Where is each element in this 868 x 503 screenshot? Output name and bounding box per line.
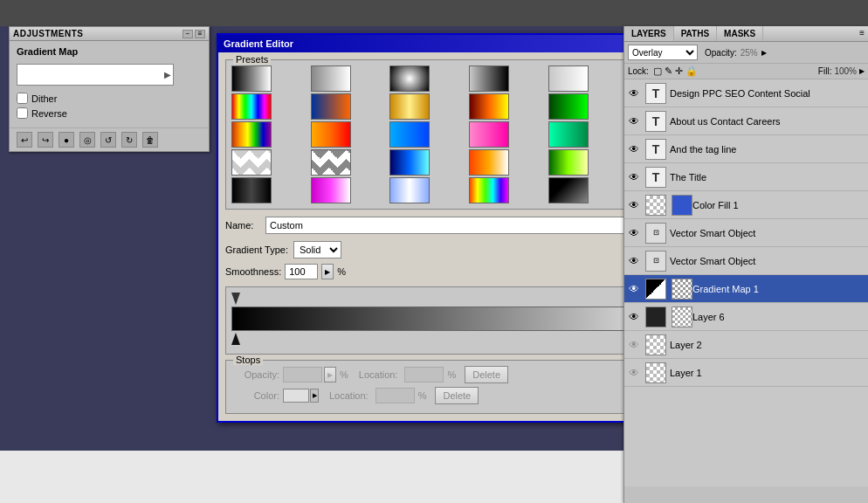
preset-17[interactable] [548, 121, 589, 148]
layer-row[interactable]: 👁 ⊡ Vector Smart Object [624, 219, 868, 247]
preset-20[interactable] [311, 149, 351, 176]
color-location-input[interactable] [375, 388, 415, 403]
layer-row[interactable]: 👁 ⊡ Vector Smart Object [624, 247, 868, 275]
layer-row[interactable]: 👁 T About us Contact Careers [624, 107, 868, 135]
reverse-checkbox[interactable] [17, 107, 28, 119]
opacity-stepper[interactable]: ▶ [324, 367, 336, 382]
preset-4[interactable] [469, 65, 509, 92]
opacity-delete-button[interactable]: Delete [465, 366, 508, 383]
preset-11[interactable] [548, 93, 589, 120]
gradient-preview-bar[interactable]: ▶ [17, 64, 174, 86]
tab-paths[interactable]: PATHS [674, 26, 717, 41]
back-icon[interactable]: ↩ [17, 132, 32, 148]
preset-25[interactable] [231, 177, 272, 203]
preset-2[interactable] [311, 65, 351, 92]
layer-visibility-icon[interactable]: 👁 [626, 227, 642, 239]
preset-21[interactable] [389, 149, 430, 176]
preset-15[interactable] [389, 121, 430, 148]
color-delete-button[interactable]: Delete [435, 387, 479, 404]
layer-visibility-icon[interactable]: 👁 [626, 283, 642, 295]
layer-visibility-icon[interactable]: 👁 [626, 311, 642, 323]
preset-23[interactable] [548, 149, 589, 176]
layer-visibility-icon[interactable]: 👁 [626, 87, 642, 100]
preset-8[interactable] [311, 93, 351, 120]
lock-move-icon[interactable]: ✛ [675, 65, 683, 77]
opacity-value-input[interactable] [283, 367, 322, 382]
preset-1[interactable] [231, 65, 272, 92]
color-stop-label: Color: [231, 390, 279, 401]
layer-row[interactable]: 👁 Layer 6 [624, 303, 868, 331]
opacity-arrow-icon[interactable]: ▶ [761, 49, 767, 57]
tab-masks[interactable]: MASKS [717, 26, 763, 41]
preset-14[interactable] [311, 121, 351, 148]
layer-thumbnail: T [645, 83, 666, 104]
adjustments-title: ADJUSTMENTS [13, 29, 84, 38]
circle-icon[interactable]: ● [59, 132, 74, 148]
layer-row[interactable]: 👁 Layer 2 [624, 331, 868, 359]
refresh-icon[interactable]: ↻ [121, 132, 137, 148]
layer-row[interactable]: 👁 Color Fill 1 [624, 191, 868, 219]
opacity-stop-left[interactable] [231, 293, 240, 305]
layer-row[interactable]: 👁 Gradient Map 1 [624, 275, 868, 303]
layer-visibility-icon[interactable]: 👁 [626, 367, 642, 379]
preset-29[interactable] [548, 177, 589, 203]
preset-26[interactable] [311, 177, 351, 203]
layer-thumbnail [645, 279, 666, 300]
lock-transparent-icon[interactable]: ▢ [653, 65, 662, 77]
fill-label: Fill: [818, 66, 832, 76]
lock-all-icon[interactable]: 🔒 [685, 65, 698, 77]
smoothness-input[interactable] [285, 264, 318, 279]
eye-icon[interactable]: ◎ [79, 132, 95, 148]
tab-layers[interactable]: LAYERS [624, 26, 674, 41]
gradient-type-select[interactable]: Solid Noise [293, 241, 341, 258]
layer-thumbnail [645, 195, 666, 216]
color-stop-left[interactable] [231, 333, 240, 345]
fill-arrow-icon[interactable]: ▶ [859, 67, 865, 75]
rotate-icon[interactable]: ↺ [100, 132, 116, 148]
preset-22[interactable] [469, 149, 509, 176]
blend-mode-select[interactable]: Overlay Normal Multiply [628, 45, 698, 60]
preset-5[interactable] [548, 65, 589, 92]
dialog-title: Gradient Editor [224, 38, 293, 49]
layer-visibility-icon[interactable]: 👁 [626, 199, 642, 211]
layer-visibility-icon[interactable]: 👁 [626, 171, 642, 183]
reverse-label: Reverse [31, 108, 67, 119]
preset-7[interactable] [231, 93, 272, 120]
layer-visibility-icon[interactable]: 👁 [626, 143, 642, 155]
layer-thumbnail [645, 334, 666, 355]
color-arrow-icon[interactable]: ▶ [310, 389, 319, 403]
dither-checkbox[interactable] [17, 93, 28, 104]
trash-icon[interactable]: 🗑 [142, 132, 158, 148]
layers-titlebar: LAYERS PATHS MASKS ≡ [624, 26, 868, 42]
layers-menu-icon[interactable]: ≡ [856, 26, 868, 41]
preset-27[interactable] [389, 177, 430, 203]
preset-16[interactable] [469, 121, 509, 148]
panel-minimize-btn[interactable]: − [183, 30, 193, 38]
layer-visibility-icon[interactable]: 👁 [626, 115, 642, 127]
preset-10[interactable] [469, 93, 509, 120]
lock-paint-icon[interactable]: ✎ [665, 65, 672, 77]
name-input[interactable] [265, 217, 672, 234]
layer-row[interactable]: 👁 T The Title [624, 163, 868, 191]
preset-19[interactable] [231, 149, 272, 176]
preset-3[interactable] [389, 65, 430, 92]
layer-row[interactable]: 👁 Layer 1 [624, 359, 868, 387]
color-swatch[interactable] [283, 389, 309, 403]
preset-13[interactable] [231, 121, 272, 148]
panel-menu-btn[interactable]: ≡ [195, 30, 205, 38]
preset-9[interactable] [389, 93, 430, 120]
adjustments-titlebar: ADJUSTMENTS − ≡ [10, 27, 209, 41]
panel-content: Gradient Map ▶ Dither Reverse [10, 41, 209, 127]
preset-28[interactable] [469, 177, 509, 203]
layer-row[interactable]: 👁 T Design PPC SEO Content Social [624, 79, 868, 107]
opacity-stop-label: Opacity: [231, 369, 279, 380]
forward-icon[interactable]: ↪ [38, 132, 53, 148]
layer-mask-thumb [672, 279, 692, 300]
smoothness-stepper[interactable]: ▶ [321, 264, 334, 279]
opacity-location-input[interactable] [404, 367, 444, 382]
layer-visibility-icon[interactable]: 👁 [626, 255, 642, 267]
layer-name: Layer 2 [670, 340, 866, 350]
layer-visibility-icon[interactable]: 👁 [626, 339, 642, 351]
layer-row[interactable]: 👁 T And the tag line [624, 135, 868, 163]
layer-thumbnail [645, 362, 666, 383]
